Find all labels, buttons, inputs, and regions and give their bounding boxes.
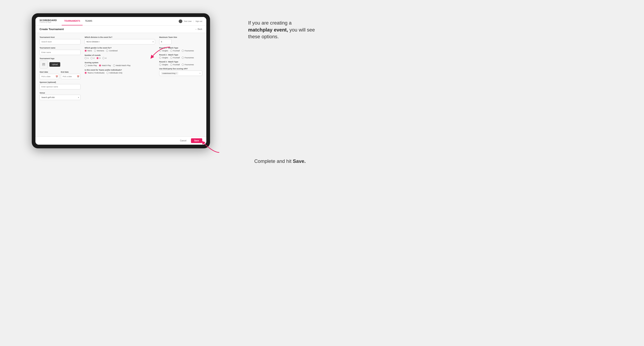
round3-singles[interactable]: Singles — [159, 64, 168, 66]
form-footer: Cancel Save — [36, 137, 206, 145]
gender-combined-label: Combined — [109, 50, 118, 52]
third-party-select[interactable]: Leaderboard King × ▾ — [159, 71, 202, 76]
back-link[interactable]: ← Back — [195, 28, 202, 30]
teams-teams-radio[interactable] — [84, 72, 87, 74]
gender-womens[interactable]: Womens — [94, 50, 104, 52]
form-title: Create Tournament — [40, 28, 64, 31]
gender-combined-radio[interactable] — [106, 50, 108, 52]
gender-mens-radio[interactable] — [84, 50, 87, 52]
annotation-arrow-top — [144, 45, 172, 61]
round-1-radio[interactable] — [84, 57, 87, 59]
end-date-group: End date 📅 — [61, 71, 80, 79]
image-icon — [42, 63, 46, 66]
round3-fourball-label: Fourball — [173, 64, 180, 66]
tab-tournaments[interactable]: TOURNAMENTS — [62, 17, 82, 25]
tournament-host-group: Tournament Host — [40, 36, 80, 44]
tournament-logo-label: Tournament logo — [40, 57, 80, 60]
scoring-label: Scoring system — [84, 62, 155, 64]
tournament-logo-group: Tournament logo Upload — [40, 57, 80, 69]
round-4-radio[interactable] — [102, 57, 104, 59]
round2-fourball-label: Fourball — [173, 57, 180, 59]
round3-fourball[interactable]: Fourball — [170, 64, 180, 66]
form-header: Create Tournament ← Back — [36, 25, 206, 33]
gender-combined[interactable]: Combined — [106, 50, 118, 52]
division-select[interactable]: NCAA Division I — [84, 39, 155, 44]
nav-right: Test User | Sign out — [179, 19, 202, 23]
start-date-label: Start date — [40, 71, 59, 73]
scoring-medal-radio[interactable] — [113, 64, 115, 66]
scoring-match-label: Match Play — [102, 64, 111, 66]
scoring-stroke-radio[interactable] — [84, 64, 87, 66]
nav-divider: | — [194, 20, 194, 22]
scoring-medal[interactable]: Medal Match Play — [113, 64, 131, 66]
scoring-group: Scoring system Stroke Play Match Play — [84, 62, 155, 66]
round3-foursomes-radio[interactable] — [182, 64, 184, 66]
round3-fourball-radio[interactable] — [170, 64, 172, 66]
tournament-name-group: Tournament name — [40, 47, 80, 55]
scoring-stroke[interactable]: Stroke Play — [84, 64, 97, 66]
round1-foursomes-label: Foursomes — [184, 50, 194, 52]
round-1[interactable]: 1 — [84, 57, 88, 59]
round-4-label: 4 — [105, 57, 106, 59]
round2-foursomes-radio[interactable] — [182, 57, 184, 59]
scoring-radio-group: Stroke Play Match Play Medal Match Play — [84, 64, 155, 66]
teams-individuals-radio[interactable] — [106, 72, 108, 74]
third-party-section: Use third-party live scoring API? Leader… — [159, 68, 202, 76]
max-team-size-label: Maximum Team Size — [159, 36, 202, 38]
teams-teams[interactable]: Teams (+Individuals) — [84, 72, 104, 74]
tournament-name-input[interactable] — [40, 50, 80, 55]
division-select-wrapper: NCAA Division I — [84, 39, 155, 44]
signout-link[interactable]: Sign out — [196, 20, 202, 22]
sponsor-label: Sponsor (optional) — [40, 81, 80, 83]
teams-individuals[interactable]: Individuals Only — [106, 72, 122, 74]
end-date-label: End date — [61, 71, 80, 73]
upload-button[interactable]: Upload — [50, 62, 60, 67]
venue-select[interactable]: Search golf club — [40, 95, 80, 100]
round3-foursomes[interactable]: Foursomes — [182, 64, 194, 66]
annotation-top-text1: If you are creating a — [248, 20, 292, 25]
tag-close-icon[interactable]: × — [176, 72, 177, 74]
round3-singles-radio[interactable] — [159, 64, 161, 66]
round2-foursomes[interactable]: Foursomes — [182, 57, 194, 59]
scoring-stroke-label: Stroke Play — [88, 64, 97, 66]
round-4[interactable]: 4 — [102, 57, 106, 59]
round-2[interactable]: 2 — [90, 57, 94, 59]
division-group: Which division is the event for? NCAA Di… — [84, 36, 155, 44]
round-3-radio[interactable] — [96, 57, 98, 59]
scoring-match-radio[interactable] — [99, 64, 101, 66]
annotation-bottom-bold: Save. — [293, 158, 306, 164]
teams-radio-group: Teams (+Individuals) Individuals Only — [84, 72, 155, 74]
round3-match-section: Round 3 - Match Type Singles Fourball — [159, 61, 202, 66]
cancel-button[interactable]: Cancel — [177, 138, 189, 143]
logo-upload-area: Upload — [40, 60, 80, 69]
round1-fourball-label: Fourball — [173, 50, 180, 52]
round3-foursomes-label: Foursomes — [184, 64, 194, 66]
tournament-host-input[interactable] — [40, 39, 80, 44]
round-3-label: 3 — [100, 57, 100, 59]
content-area: Create Tournament ← Back Tournament Host… — [36, 25, 206, 137]
end-date-wrapper: 📅 — [61, 74, 80, 79]
username: Test User — [184, 20, 192, 22]
max-team-size-input[interactable] — [159, 39, 172, 44]
tablet-screen: SCOREBOARD Powered by clippit TOURNAMENT… — [36, 17, 206, 145]
scoring-match[interactable]: Match Play — [99, 64, 111, 66]
gender-mens-label: Mens — [88, 50, 92, 52]
annotation-bottom-text1: Complete and hit — [254, 158, 293, 164]
tournament-host-label: Tournament Host — [40, 36, 80, 38]
annotation-arrow-bottom — [197, 138, 221, 155]
round3-singles-label: Singles — [162, 64, 168, 66]
teams-teams-label: Teams (+Individuals) — [88, 72, 104, 74]
round1-foursomes[interactable]: Foursomes — [182, 50, 194, 52]
round3-options: Singles Fourball Foursomes — [159, 64, 202, 66]
sponsor-input[interactable] — [40, 84, 80, 89]
round-3[interactable]: 3 — [96, 57, 100, 59]
gender-mens[interactable]: Mens — [84, 50, 92, 52]
tab-teams[interactable]: TEAMS — [82, 17, 95, 25]
gender-womens-radio[interactable] — [94, 50, 96, 52]
round1-foursomes-radio[interactable] — [182, 50, 184, 52]
max-team-size-group: Maximum Team Size — [159, 36, 202, 44]
round-2-radio[interactable] — [90, 57, 92, 59]
logo-placeholder — [40, 60, 48, 69]
third-party-tag: Leaderboard King × — [161, 72, 178, 75]
round2-foursomes-label: Foursomes — [184, 57, 194, 59]
